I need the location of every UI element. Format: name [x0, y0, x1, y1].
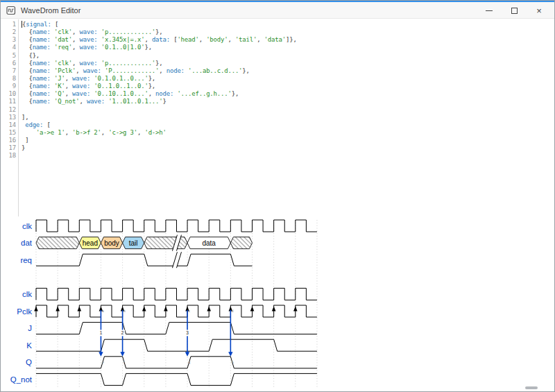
horizontal-scrollbar-thumb[interactable] — [525, 386, 538, 389]
line-number: 4 — [1, 44, 16, 51]
line-number: 1 — [1, 21, 16, 28]
signal-label: clk — [22, 222, 32, 230]
wave-lane-dat: datheadbodytaildata — [21, 235, 253, 251]
line-number-gutter: 123456789101112131415161718 — [1, 19, 19, 216]
clock-edge-arrow-icon — [56, 307, 60, 312]
line-number: 14 — [1, 121, 16, 129]
code-line: {name: 'Pclk', wave: 'P............', no… — [22, 67, 554, 75]
clock-edge-arrow-icon — [185, 307, 189, 312]
window-title: WaveDrom Editor — [21, 6, 80, 15]
maximize-icon — [511, 8, 518, 14]
clock-edge-arrow-icon — [142, 307, 146, 312]
code-line: {name: 'dat', wave: 'x.345x|=.x', data: … — [22, 36, 554, 44]
title-bar: WaveDrom Editor × — [1, 1, 554, 19]
clock-edge-arrow-icon — [164, 307, 168, 312]
signal-label: Pclk — [17, 307, 32, 316]
edge-arrowhead-icon — [99, 352, 103, 357]
minimize-icon — [486, 10, 493, 11]
svg-text:b: b — [123, 309, 126, 313]
line-number: 18 — [1, 152, 16, 160]
minimize-button[interactable] — [477, 2, 502, 19]
line-number: 12 — [1, 106, 16, 114]
clock-edge-arrow-icon — [34, 307, 38, 312]
svg-text:g: g — [189, 360, 191, 364]
close-icon: × — [536, 6, 542, 15]
code-line: {name: 'clk', wave: 'p............'}, — [22, 60, 554, 67]
svg-text:h: h — [232, 360, 234, 364]
clock-edge-arrow-icon — [293, 307, 298, 312]
signal-label: Q — [26, 358, 32, 366]
clock-edge-arrow-icon — [272, 307, 276, 312]
wave-lane-clk: clk — [22, 220, 317, 232]
edge-label: 3 — [186, 330, 189, 335]
wave-lane-Q: Q — [26, 357, 317, 368]
wave-lane-K: K — [26, 339, 317, 351]
clock-edge-arrow-icon — [250, 307, 255, 312]
svg-text:f: f — [123, 360, 125, 364]
line-number: 3 — [1, 36, 16, 44]
clock-edge-arrow-icon — [207, 307, 211, 312]
node-letters: abcdefgh — [102, 309, 234, 364]
wave-lane-Q_not: Q_not — [10, 373, 317, 385]
clock-edge-arrow-icon — [78, 307, 82, 312]
line-number: 5 — [1, 52, 16, 60]
code-line: ], — [22, 114, 554, 121]
line-number: 11 — [1, 98, 16, 105]
close-button[interactable]: × — [527, 2, 552, 19]
gap-break-icon — [172, 235, 181, 251]
window-controls: × — [477, 2, 552, 19]
code-line: {name: 'req', wave: '0.1..0|1.0'}, — [22, 44, 554, 51]
data-box — [79, 237, 101, 249]
wave-lane-Pclk: Pclk — [17, 305, 317, 317]
line-number: 7 — [1, 67, 16, 75]
signal-label: req — [20, 256, 32, 264]
code-editor[interactable]: 123456789101112131415161718 {signal: [ {… — [1, 19, 554, 216]
maximize-button[interactable] — [502, 2, 527, 19]
edge-label: 1 — [100, 330, 103, 335]
data-box — [123, 237, 144, 249]
code-line: {}, — [22, 52, 554, 60]
wave-lane-clk: clk — [22, 288, 317, 300]
svg-text:e: e — [102, 360, 104, 364]
undefined-data-box — [36, 237, 79, 249]
code-line: } — [22, 144, 554, 152]
wavedrom-editor-window: WaveDrom Editor × 1234567891011121314151… — [0, 0, 555, 392]
code-line: {name: 'K', wave: '0..1.0..1..0.'}, — [22, 83, 554, 90]
code-line: {name: 'Q', wave: '0..10..1.0...', node:… — [22, 90, 554, 98]
code-line: {name: 'Q_not', wave: '1..01..0.1...'} — [22, 98, 554, 105]
svg-text:d: d — [232, 309, 234, 313]
code-line: {name: 'J', wave: '0.1.0.1..0...'}, — [22, 75, 554, 83]
svg-text:body: body — [104, 239, 119, 247]
signal-label: clk — [22, 290, 32, 298]
svg-text:c: c — [189, 309, 191, 313]
wave-edges: 123 — [99, 310, 233, 357]
line-number: 6 — [1, 60, 16, 67]
line-number: 10 — [1, 90, 16, 98]
code-line: {signal: [ — [22, 21, 554, 28]
grid-lines — [36, 220, 317, 388]
edge-label: 2 — [121, 330, 124, 335]
code-line: edge: [ — [22, 121, 554, 129]
edge-arrowhead-icon — [120, 352, 124, 357]
line-number: 16 — [1, 137, 16, 144]
data-box — [187, 237, 230, 249]
signal-label: Q_not — [10, 375, 33, 384]
edge-arrowhead-icon — [228, 352, 232, 357]
line-number: 2 — [1, 28, 16, 36]
data-box — [101, 237, 122, 249]
undefined-data-box — [144, 237, 187, 249]
signal-label: K — [26, 341, 32, 350]
wave-lane-req: req — [20, 252, 252, 268]
code-line: {name: 'clk', wave: 'p............'}, — [22, 28, 554, 36]
clock-edge-arrow-icon — [229, 307, 233, 312]
line-number: 15 — [1, 129, 16, 137]
undefined-data-box — [230, 237, 252, 249]
code-lines: {signal: [ {name: 'clk', wave: 'p.......… — [19, 19, 554, 216]
app-icon — [6, 6, 16, 15]
signal-label: J — [28, 324, 32, 332]
svg-text:a: a — [102, 309, 104, 313]
signal-label: dat — [21, 239, 33, 247]
svg-text:head: head — [83, 239, 98, 247]
line-number: 9 — [1, 83, 16, 90]
svg-text:tail: tail — [129, 239, 138, 247]
